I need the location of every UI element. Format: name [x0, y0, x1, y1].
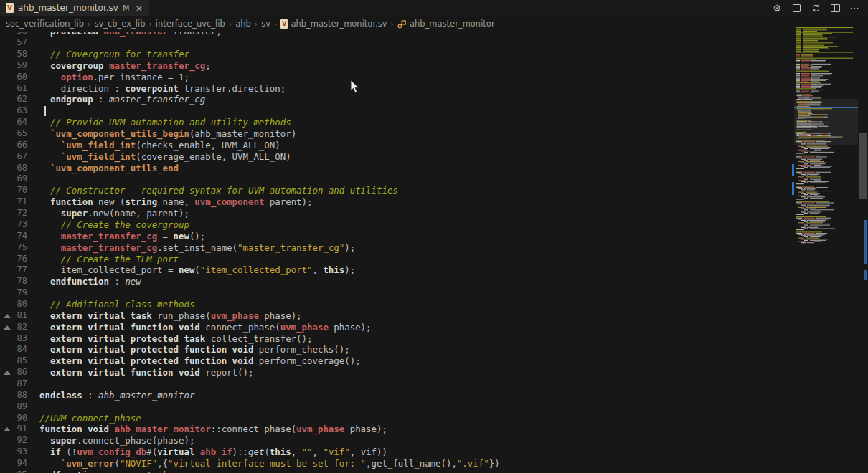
code-line[interactable]: 89 [0, 401, 789, 413]
code-line[interactable]: 74 master_transfer_cg = new(); [0, 231, 789, 242]
code-line[interactable]: 71 function new (string name, uvm_compon… [0, 196, 789, 208]
code-text: protected ahb_transfer transfer; [39, 32, 222, 37]
code-line[interactable]: 83 extern virtual protected task collect… [0, 333, 789, 345]
code-line[interactable]: 66 `uvm_field_int(checks_enable, UVM_ALL… [0, 140, 789, 151]
line-number: 63 [0, 105, 27, 117]
code-text: endclass : ahb_master_monitor [39, 390, 194, 401]
code-text: endfunction : connect_phase [39, 469, 184, 473]
line-number: 70 [0, 185, 27, 196]
breadcrumb-separator: › [229, 19, 232, 29]
code-text: extern virtual protected task collect_tr… [39, 333, 312, 345]
code-line[interactable]: 70 // Constructor - required syntax for … [0, 185, 789, 196]
breadcrumb-item-ahb_master_monitor.sv[interactable]: Vahb_master_monitor.sv [280, 19, 387, 29]
code-line[interactable]: 82 extern virtual function void connect_… [0, 322, 789, 333]
line-number: 74 [0, 231, 27, 242]
code-line[interactable]: 60 option.per_instance = 1; [0, 72, 789, 83]
breadcrumb-item-sv_cb_ex_lib[interactable]: sv_cb_ex_lib [94, 19, 145, 29]
gear-icon[interactable]: ⚙ [770, 1, 783, 14]
code-line[interactable]: 92 super.connect_phase(phase); [0, 435, 789, 446]
code-text: master_transfer_cg.set_inst_name("master… [39, 242, 355, 254]
code-line[interactable]: 94 `uvm_error("NOVIF",{"virtual interfac… [0, 458, 789, 469]
code-text: // Additional class methods [39, 299, 194, 310]
code-line[interactable]: 91function void ahb_master_monitor::conn… [0, 424, 789, 435]
titlebar-actions: ⚙ ⋯ [770, 0, 868, 16]
breadcrumb-item-soc_verification_lib[interactable]: soc_verification_lib [6, 19, 84, 29]
scrollbar-thumb[interactable] [859, 133, 867, 199]
breadcrumb-item-ahb_master_monitor[interactable]: ahb_master_monitor [397, 19, 495, 29]
code-text: extern virtual function void connect_pha… [39, 322, 372, 333]
code-line[interactable]: 67 `uvm_field_int(coverage_enable, UVM_A… [0, 151, 789, 163]
more-actions-icon[interactable]: ⋯ [848, 1, 861, 14]
minimap-current-line [794, 107, 858, 108]
overview-ruler-mark [864, 270, 867, 280]
code-line[interactable]: 59 covergroup master_transfer_cg; [0, 60, 789, 72]
modified-badge: M [123, 4, 130, 13]
code-line[interactable]: 87 [0, 378, 789, 390]
code-line[interactable]: 81 extern virtual task run_phase(uvm_pha… [0, 310, 789, 322]
code-line[interactable]: 72 super.new(name, parent); [0, 208, 789, 219]
code-line[interactable]: 56 protected ahb_transfer transfer; [0, 32, 789, 37]
code-line[interactable]: 69 [0, 173, 789, 185]
line-number: 69 [0, 173, 27, 185]
line-number: 82 [0, 322, 27, 333]
code-text: `uvm_field_int(checks_enable, UVM_ALL_ON… [39, 140, 280, 151]
code-text: function void ahb_master_monitor::connec… [39, 424, 387, 435]
code-line[interactable]: 73 // Create the covergroup [0, 219, 789, 231]
line-number: 62 [0, 94, 27, 105]
breadcrumb-label: sv [261, 19, 270, 29]
breadcrumb-item-ahb[interactable]: ahb [235, 19, 251, 29]
line-number: 90 [0, 413, 27, 424]
line-number: 89 [0, 401, 27, 413]
code-line[interactable]: 57 [0, 37, 789, 49]
code-line[interactable]: 85 extern virtual protected function voi… [0, 355, 789, 367]
tab-title: ahb_master_monitor.sv [18, 3, 118, 13]
code-text: extern virtual task run_phase(uvm_phase … [39, 310, 302, 322]
code-line[interactable]: 68 `uvm_component_utils_end [0, 163, 789, 174]
code-line[interactable]: 80 // Additional class methods [0, 299, 789, 310]
code-line[interactable]: 86 extern virtual function void report()… [0, 367, 789, 378]
tab-ahb-master-monitor[interactable]: V ahb_master_monitor.sv M × [0, 0, 149, 16]
breadcrumb-item-sv[interactable]: sv [261, 19, 270, 29]
code-line[interactable]: 95endfunction : connect_phase [0, 469, 789, 473]
code-line[interactable]: 88endclass : ahb_master_monitor [0, 390, 789, 401]
close-icon[interactable]: × [135, 3, 143, 14]
open-editors-icon[interactable] [790, 1, 803, 14]
code-line[interactable]: 77 item_collected_port = new("item_colle… [0, 264, 789, 276]
minimap-slider[interactable] [794, 99, 858, 145]
sync-icon[interactable] [809, 1, 822, 14]
code-line[interactable]: 76 // Create the TLM port [0, 254, 789, 265]
code-line[interactable]: 84 extern virtual protected function voi… [0, 344, 789, 355]
split-editor-icon[interactable] [829, 1, 841, 14]
breadcrumb-separator: › [88, 19, 90, 29]
breadcrumb-label: ahb_master_monitor.sv [291, 19, 387, 29]
line-number: 59 [0, 60, 27, 72]
line-number: 73 [0, 219, 27, 231]
code-line[interactable]: 79 [0, 287, 789, 299]
line-number: 71 [0, 196, 27, 208]
code-line[interactable]: 58 // Covergroup for transfer [0, 49, 789, 60]
code-line[interactable]: 90//UVM connect_phase [0, 413, 789, 424]
line-number: 88 [0, 390, 27, 401]
code-line[interactable]: 62 endgroup : master_transfer_cg [0, 94, 789, 105]
breadcrumb-item-interface_uvc_lib[interactable]: interface_uvc_lib [156, 19, 225, 29]
code-line[interactable]: 65 `uvm_component_utils_begin(ahb_master… [0, 128, 789, 140]
code-text: //UVM connect_phase [39, 413, 141, 424]
tab-bar: V ahb_master_monitor.sv M × ⚙ ⋯ [0, 0, 868, 16]
text-cursor [44, 106, 46, 116]
code-text: // Covergroup for transfer [39, 49, 189, 60]
code-line[interactable]: 93 if (!uvm_config_db#(virtual ahb_if)::… [0, 446, 789, 458]
code-text: super.new(name, parent); [39, 208, 189, 219]
breadcrumb-separator: › [255, 19, 258, 29]
code-line[interactable]: 63 [0, 105, 789, 117]
line-number: 79 [0, 287, 27, 299]
code-line[interactable]: 64 // Provide UVM automation and utility… [0, 117, 789, 128]
code-line[interactable]: 78 endfunction : new [0, 276, 789, 287]
code-line[interactable]: 75 master_transfer_cg.set_inst_name("mas… [0, 242, 789, 254]
code-text: master_transfer_cg = new(); [39, 231, 205, 242]
code-text: extern virtual protected function void p… [39, 344, 350, 355]
code-line[interactable]: 61 direction : coverpoint transfer.direc… [0, 83, 789, 95]
code-text: covergroup master_transfer_cg; [39, 60, 211, 72]
split-glyph [831, 4, 840, 12]
code-text: option.per_instance = 1; [39, 72, 189, 83]
editor-pane[interactable]: 56 protected ahb_transfer transfer;5758 … [0, 32, 789, 473]
